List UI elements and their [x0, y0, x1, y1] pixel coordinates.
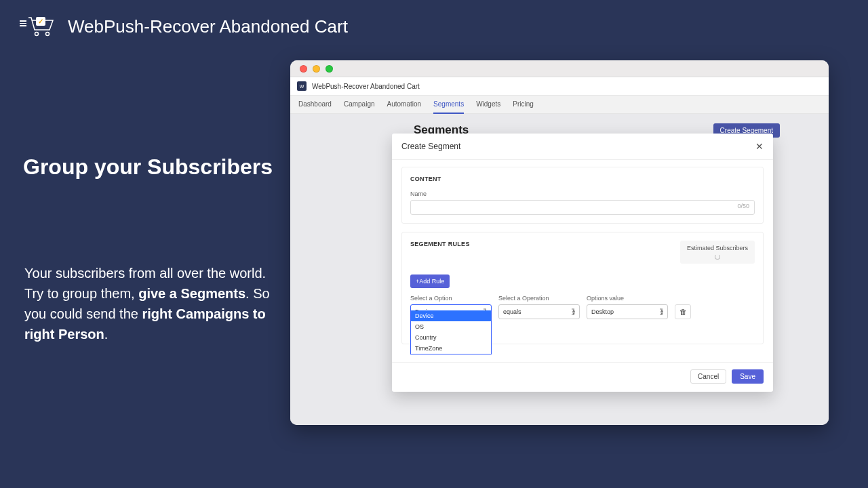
chevron-updown-icon: ▴▾	[572, 308, 575, 315]
option-dropdown: Device OS Country TimeZone	[410, 310, 492, 354]
app-name: WebPush-Recover Abandoned Cart	[312, 83, 420, 90]
content-label: CONTENT	[410, 176, 755, 182]
copy-line2a: Try to group them,	[24, 286, 138, 301]
cart-icon	[24, 12, 56, 41]
tab-pricing[interactable]: Pricing	[513, 96, 534, 114]
dropdown-opt-os[interactable]: OS	[411, 321, 491, 332]
dropdown-opt-timezone[interactable]: TimeZone	[411, 343, 491, 354]
add-rule-button[interactable]: +Add Rule	[410, 274, 450, 288]
dropdown-opt-country[interactable]: Country	[411, 332, 491, 343]
svg-point-1	[46, 33, 50, 36]
name-input[interactable]	[410, 200, 755, 215]
svg-point-0	[35, 33, 39, 36]
tab-campaign[interactable]: Campaign	[344, 96, 375, 114]
dropdown-opt-device[interactable]: Device	[411, 310, 491, 321]
copy-line2e: .	[104, 327, 108, 342]
app-bar: W WebPush-Recover Abandoned Cart	[290, 77, 829, 96]
estimated-label: Estimated Subscribers	[687, 245, 748, 251]
copy-bold1: give a Segments	[138, 286, 245, 301]
close-icon[interactable]: ✕	[755, 142, 764, 151]
copy-line1: Your subscribers from all over the world…	[24, 266, 266, 281]
modal-title: Create Segment	[401, 142, 460, 151]
rules-section: SEGEMENT RULES Estimated Subscribers +Ad…	[401, 232, 764, 344]
maximize-icon[interactable]	[326, 65, 333, 73]
window-titlebar	[290, 60, 829, 77]
product-title: WebPush-Recover Abandoned Cart	[68, 16, 348, 37]
minimize-icon[interactable]	[313, 65, 320, 73]
tab-widgets[interactable]: Widgets	[476, 96, 500, 114]
app-logo-icon: W	[297, 81, 307, 91]
app-window: W WebPush-Recover Abandoned Cart Dashboa…	[290, 60, 829, 425]
name-counter: 0/50	[737, 203, 749, 209]
page-content: Segments Group your Subscribers by demog…	[290, 114, 829, 425]
operation-label: Select a Operation	[498, 295, 580, 302]
tab-dashboard[interactable]: Dashboard	[298, 96, 332, 114]
delete-rule-button[interactable]: 🗑	[675, 304, 691, 319]
tab-automation[interactable]: Automation	[387, 96, 422, 114]
rules-label: SEGEMENT RULES	[410, 241, 470, 247]
value-selected: Desktop	[591, 308, 614, 315]
save-button[interactable]: Save	[732, 369, 764, 384]
trash-icon: 🗑	[679, 308, 687, 316]
cancel-button[interactable]: Cancel	[690, 369, 726, 384]
value-select[interactable]: Desktop ▴▾	[587, 304, 668, 319]
option-label: Select a Option	[410, 295, 492, 302]
headline: Group your Subscribers	[23, 155, 273, 180]
close-icon[interactable]	[300, 65, 307, 73]
value-label: Options value	[587, 295, 668, 302]
operation-selected: equals	[503, 308, 521, 315]
name-label: Name	[410, 190, 755, 197]
spinner-icon	[715, 254, 720, 260]
operation-select[interactable]: equals ▴▾	[498, 304, 580, 319]
marketing-copy: Your subscribers from all over the world…	[24, 263, 275, 344]
tab-segments[interactable]: Segments	[433, 96, 464, 114]
nav-tabs: Dashboard Campaign Automation Segments W…	[290, 96, 829, 114]
chevron-updown-icon: ▴▾	[660, 308, 663, 315]
content-section: CONTENT Name 0/50	[401, 167, 764, 224]
rule-row: Select a Option Device ▴▾ Device OS Coun…	[410, 295, 755, 319]
create-segment-modal: Create Segment ✕ CONTENT Name 0/50 SEGEM…	[392, 134, 773, 392]
estimated-subscribers: Estimated Subscribers	[680, 241, 755, 264]
